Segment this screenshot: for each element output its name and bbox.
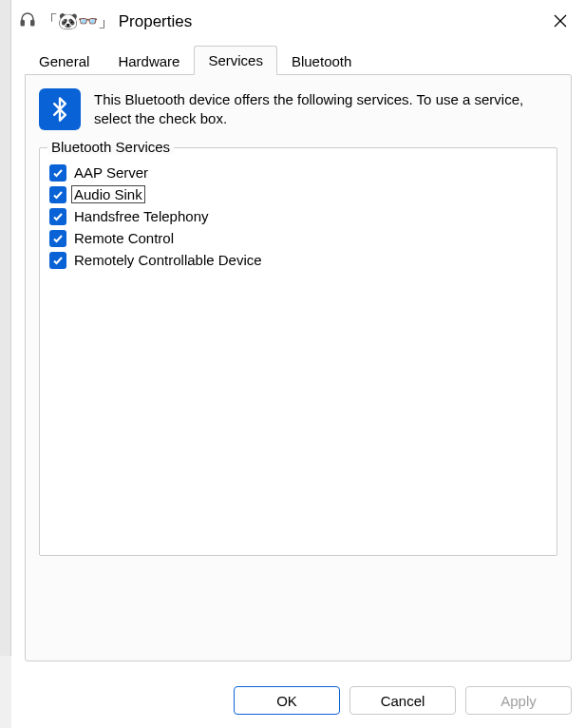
service-label[interactable]: Remote Control (72, 230, 176, 246)
cancel-button[interactable]: Cancel (349, 686, 456, 715)
apply-button: Apply (465, 686, 572, 715)
service-label[interactable]: Remotely Controllable Device (72, 252, 264, 268)
fieldset-legend: Bluetooth Services (47, 139, 174, 155)
svg-rect-0 (21, 21, 24, 26)
service-label[interactable]: AAP Server (72, 164, 150, 181)
window-title: 「🐼👓」 Properties (42, 10, 192, 32)
service-item: Remote Control (49, 227, 547, 249)
service-list: AAP ServerAudio SinkHandsfree TelephonyR… (49, 158, 547, 271)
button-row: OK Cancel Apply (11, 675, 585, 728)
close-button[interactable] (541, 7, 579, 35)
bluetooth-services-fieldset: Bluetooth Services AAP ServerAudio SinkH… (39, 147, 557, 556)
service-checkbox[interactable] (49, 230, 66, 247)
service-label[interactable]: Audio Sink (72, 186, 144, 202)
info-row: This Bluetooth device offers the followi… (39, 88, 557, 130)
tab-general[interactable]: General (25, 47, 104, 75)
backdrop-edge (0, 0, 11, 656)
service-checkbox[interactable] (49, 208, 66, 225)
tabstrip: General Hardware Services Bluetooth (11, 42, 585, 74)
service-checkbox[interactable] (49, 252, 66, 269)
titlebar: 「🐼👓」 Properties (11, 0, 585, 42)
tab-bluetooth[interactable]: Bluetooth (277, 47, 366, 75)
info-text: This Bluetooth device offers the followi… (94, 88, 557, 129)
service-item: Remotely Controllable Device (49, 249, 547, 271)
service-item: Audio Sink (49, 183, 547, 205)
service-label[interactable]: Handsfree Telephony (72, 208, 211, 224)
service-item: AAP Server (49, 162, 547, 183)
ok-button[interactable]: OK (234, 686, 340, 715)
service-checkbox[interactable] (49, 164, 66, 182)
svg-rect-1 (31, 21, 34, 26)
tab-panel-services: This Bluetooth device offers the followi… (25, 74, 572, 661)
bluetooth-icon (39, 88, 81, 130)
title-left: 「🐼👓」 Properties (19, 10, 192, 32)
tab-services[interactable]: Services (194, 46, 277, 75)
service-item: Handsfree Telephony (49, 205, 547, 227)
headphones-icon (19, 10, 36, 31)
properties-dialog: 「🐼👓」 Properties General Hardware Service… (11, 0, 585, 728)
service-checkbox[interactable] (49, 186, 66, 203)
tab-hardware[interactable]: Hardware (104, 47, 194, 75)
